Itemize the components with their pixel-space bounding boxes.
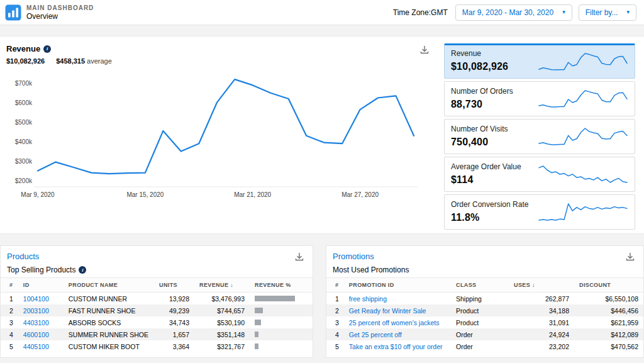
kpi-card-revenue[interactable]: Revenue $10,082,926	[444, 43, 635, 79]
revenue-chart-title: Revenue	[6, 44, 40, 53]
product-id-link[interactable]: 4600100	[23, 331, 49, 338]
promotion-discount: $6,550,108	[574, 293, 643, 305]
product-units: 1,657	[154, 328, 194, 340]
column-header-product-name: PRODUCT NAME	[64, 278, 154, 293]
kpi-sparkline	[536, 126, 630, 147]
timezone-label: Time Zone:GMT	[393, 8, 448, 17]
kpi-card-number-of-orders[interactable]: Number Of Orders 88,730	[444, 81, 635, 116]
top-selling-products-table: # ID PRODUCT NAME UNITS REVENUE↓ REVENUE…	[1, 277, 313, 352]
promotions-section-title: Promotions	[326, 246, 643, 261]
info-icon[interactable]: i	[79, 266, 86, 274]
promotions-table-title-row: Most Used Promotions	[326, 261, 643, 277]
sort-desc-icon: ↓	[532, 282, 535, 288]
table-row: 4 4600100 SUMMER RUNNER SHOE 1,657 $351,…	[1, 328, 313, 340]
download-icon	[420, 45, 429, 54]
promotion-id-link[interactable]: Get Ready for Winter Sale	[349, 307, 426, 315]
product-rank: 2	[1, 304, 18, 316]
product-name: FAST RUNNER SHOE	[64, 304, 154, 316]
revenue-percent-cell	[255, 343, 295, 349]
top-bar: MAIN DASHBOARD Overview Time Zone:GMT Ma…	[0, 0, 644, 25]
revenue-total: $10,082,926	[6, 57, 45, 65]
revenue-percent-cell	[255, 308, 295, 313]
kpi-card-number-of-visits[interactable]: Number Of Visits 750,400	[444, 119, 635, 154]
product-rank: 3	[1, 316, 18, 328]
product-revenue: $321,767	[194, 340, 250, 352]
promotions-panel: Promotions Most Used Promotions # PROMOT…	[326, 245, 644, 358]
column-header-revenue[interactable]: REVENUE↓	[194, 278, 250, 293]
table-row: 4 Get 25 percent off Order 24,924 $412,0…	[326, 328, 643, 340]
promotion-class: Order	[451, 340, 509, 352]
promotion-rank: 2	[326, 304, 344, 316]
info-icon[interactable]: i	[43, 45, 51, 53]
promotion-id-link[interactable]: 25 percent off women's jackets	[349, 319, 440, 327]
dashboard-app-icon	[5, 4, 21, 21]
revenue-chart-header: Revenue i	[6, 42, 430, 53]
table-row: 1 1004100 CUSTOM RUNNER 13,928 $3,476,99…	[1, 293, 313, 305]
download-button[interactable]	[625, 251, 636, 264]
download-icon	[626, 252, 635, 261]
product-revenue: $530,190	[194, 316, 250, 328]
product-id-link[interactable]: 4405100	[23, 343, 49, 350]
products-section-title: Products	[1, 246, 313, 261]
promotion-uses: 31,091	[509, 316, 574, 328]
promotion-class: Shipping	[451, 293, 509, 305]
product-id-link[interactable]: 4403100	[23, 319, 49, 327]
kpi-list: Revenue $10,082,926 Number Of Orders 88,…	[444, 43, 635, 233]
column-header-rank: #	[326, 278, 344, 293]
promotion-discount: $470,562	[574, 340, 643, 352]
table-row: 2 Get Ready for Winter Sale Product 34,1…	[326, 304, 643, 316]
product-name: CUSTOM HIKER BOOT	[64, 340, 154, 352]
chevron-down-icon: ▾	[562, 9, 565, 15]
svg-text:Mar 21, 2020: Mar 21, 2020	[234, 191, 271, 198]
column-header-id: ID	[18, 278, 64, 293]
column-header-units: UNITS	[154, 278, 194, 293]
revenue-line-chart: $200k$300k$400k$500k$600k$700kMar 9, 202…	[6, 69, 421, 202]
product-revenue: $744,657	[194, 304, 250, 316]
revenue-percent-bar	[255, 320, 261, 325]
kpi-sparkline	[536, 164, 630, 185]
promotion-class: Product	[451, 304, 509, 316]
product-name: ABSORB SOCKS	[64, 316, 154, 328]
product-units: 13,928	[154, 293, 194, 305]
download-button[interactable]	[294, 251, 305, 264]
revenue-percent-cell	[255, 320, 295, 325]
promotion-id-link[interactable]: free shipping	[349, 295, 387, 303]
product-name: SUMMER RUNNER SHOE	[64, 328, 154, 340]
table-header-row: # ID PRODUCT NAME UNITS REVENUE↓ REVENUE…	[1, 278, 313, 293]
date-range-picker[interactable]: Mar 9, 2020 - Mar 30, 2020 ▾	[455, 4, 572, 21]
download-button[interactable]	[419, 44, 430, 57]
promotion-uses: 34,188	[509, 304, 574, 316]
product-rank: 5	[1, 340, 18, 352]
svg-text:$400k: $400k	[15, 138, 33, 145]
kpi-card-order-conversion-rate[interactable]: Order Conversion Rate 11.8%	[444, 194, 635, 230]
product-name: CUSTOM RUNNER	[64, 293, 154, 305]
column-header-class: CLASS	[451, 278, 509, 293]
kpi-card-average-order-value[interactable]: Average Order Value $114	[444, 157, 635, 192]
revenue-average: $458,315average	[56, 57, 112, 65]
revenue-percent-bar	[255, 332, 258, 337]
products-table-title: Top Selling Products	[7, 265, 75, 274]
product-id-link[interactable]: 2003100	[23, 307, 49, 315]
promotions-table-title: Most Used Promotions	[333, 265, 409, 274]
promotion-id-link[interactable]: Take an extra $10 off your order	[349, 343, 443, 350]
promotion-class: Order	[451, 328, 509, 340]
page-title: MAIN DASHBOARD	[26, 4, 94, 11]
svg-text:$600k: $600k	[15, 99, 33, 106]
title-block: MAIN DASHBOARD Overview	[26, 4, 94, 21]
table-row: 1 free shipping Shipping 262,877 $6,550,…	[326, 293, 643, 305]
svg-text:$200k: $200k	[15, 177, 33, 184]
revenue-percent-bar	[255, 343, 258, 349]
product-id-link[interactable]: 1004100	[23, 295, 49, 303]
column-header-uses[interactable]: USES↓	[509, 278, 574, 293]
svg-text:Mar 15, 2020: Mar 15, 2020	[126, 191, 164, 198]
svg-text:Mar 27, 2020: Mar 27, 2020	[341, 191, 379, 198]
promotion-uses: 24,924	[509, 328, 574, 340]
table-header-row: # PROMOTION ID CLASS USES↓ DISCOUNT	[326, 278, 643, 293]
promotion-id-link[interactable]: Get 25 percent off	[349, 331, 402, 338]
column-header-revenue-pct: REVENUE %	[250, 278, 313, 293]
column-header-uses-label: USES	[514, 282, 530, 288]
column-header-promotion-id: PROMOTION ID	[344, 278, 451, 293]
filter-by-dropdown[interactable]: Filter by... ▾	[579, 4, 636, 21]
most-used-promotions-table: # PROMOTION ID CLASS USES↓ DISCOUNT 1 fr…	[326, 277, 643, 352]
product-revenue: $351,148	[194, 328, 250, 340]
